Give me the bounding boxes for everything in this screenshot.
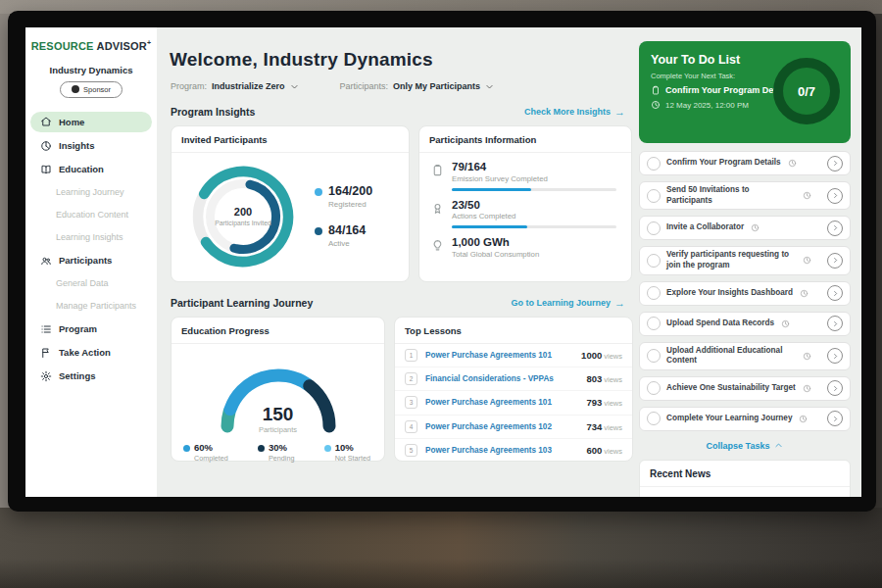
lesson-row[interactable]: 2 Financial Considerations - VPPAs 803vi…: [395, 368, 632, 391]
todo-go-button[interactable]: [827, 156, 843, 172]
todo-item[interactable]: Verify participants requesting to join t…: [639, 246, 851, 274]
clock-icon: [803, 384, 811, 393]
stat-row: 1,000 GWh Total Global Consumption: [419, 228, 631, 259]
todo-checkbox[interactable]: [647, 286, 661, 300]
todo-item[interactable]: Upload Additional Educational Content: [639, 342, 851, 370]
sidebar-item-education-content[interactable]: Education Content: [25, 204, 157, 226]
lesson-views: 1000: [581, 350, 602, 361]
chevron-right-icon: [832, 192, 839, 199]
sidebar-item-home[interactable]: Home: [30, 112, 152, 132]
gauge-center-value: 150: [200, 405, 357, 423]
lesson-link[interactable]: Power Purchase Agreements 101: [425, 351, 573, 360]
todo-item[interactable]: Confirm Your Program Details: [639, 151, 851, 175]
sidebar-item-learning-insights[interactable]: Learning Insights: [25, 226, 157, 249]
lesson-views-label: views: [604, 352, 622, 361]
collapse-tasks-label: Collapse Tasks: [707, 441, 770, 451]
check-more-insights-link[interactable]: Check More Insights →: [524, 107, 625, 118]
lesson-views: 600: [586, 445, 602, 456]
monitor-bezel: RESOURCE ADVISOR+ Industry Dynamics Spon…: [8, 11, 876, 512]
todo-checkbox[interactable]: [647, 317, 661, 330]
lesson-link[interactable]: Power Purchase Agreements 103: [425, 446, 578, 455]
lesson-row[interactable]: 4 Power Purchase Agreements 102 734views: [395, 416, 632, 439]
todo-item[interactable]: Upload Spend Data Records: [639, 312, 851, 336]
sidebar-item-general-data[interactable]: General Data: [25, 272, 157, 295]
todo-checkbox[interactable]: [647, 254, 661, 268]
sidebar-item-label: Learning Journey: [56, 187, 124, 197]
clipboard-icon: [651, 85, 661, 95]
sidebar-item-education[interactable]: Education: [25, 158, 157, 181]
top-lessons-list: 1 Power Purchase Agreements 101 1000view…: [395, 344, 632, 462]
participants-filter-label: Participants:: [340, 81, 389, 91]
clock-icon: [803, 191, 811, 200]
participants-filter[interactable]: Participants: Only My Participants: [340, 81, 495, 91]
stat-row: 23/50 Actions Completed: [419, 191, 631, 229]
legend-dot: [324, 445, 331, 452]
sidebar-item-settings[interactable]: Settings: [25, 365, 157, 388]
legend-value: 84/164: [328, 224, 366, 238]
insights-icon: [40, 140, 52, 152]
lesson-link[interactable]: Power Purchase Agreements 102: [425, 422, 578, 431]
todo-go-button[interactable]: [827, 188, 843, 204]
todo-summary-card: Your To Do List Complete Your Next Task:…: [639, 41, 851, 143]
sidebar-item-manage-participants[interactable]: Manage Participants: [25, 295, 157, 318]
sidebar-item-learning-journey[interactable]: Learning Journey: [25, 181, 157, 204]
todo-go-button[interactable]: [827, 285, 843, 301]
todo-checkbox[interactable]: [647, 412, 661, 425]
todo-go-button[interactable]: [827, 316, 843, 331]
lesson-views-label: views: [604, 423, 622, 432]
todo-checkbox[interactable]: [647, 221, 661, 235]
dashboard-screen: RESOURCE ADVISOR+ Industry Dynamics Spon…: [25, 27, 861, 497]
todo-item[interactable]: Send 50 Invitations to Participants: [639, 181, 851, 210]
clock-icon: [751, 223, 760, 232]
todo-item[interactable]: Invite a Collaborator: [639, 216, 851, 240]
clock-icon: [803, 352, 811, 361]
legend-dot: [315, 188, 322, 196]
lesson-row[interactable]: 5 Power Purchase Agreements 103 600views: [395, 439, 632, 462]
todo-checkbox[interactable]: [647, 381, 661, 395]
gauge-center: 150 Participants: [200, 405, 357, 434]
sidebar-item-program[interactable]: Program: [25, 318, 157, 341]
clock-icon: [788, 159, 797, 168]
todo-item-label: Upload Additional Educational Content: [666, 346, 796, 367]
legend-label: Registered: [328, 200, 372, 209]
todo-item[interactable]: Explore Your Insights Dashboard: [639, 281, 851, 306]
todo-checkbox[interactable]: [647, 157, 661, 171]
todo-go-button[interactable]: [827, 220, 843, 236]
lesson-row[interactable]: 3 Power Purchase Agreements 101 793views: [395, 391, 632, 415]
todo-item[interactable]: Achieve One Sustainability Target: [639, 376, 851, 401]
legend-value: 30%: [269, 443, 294, 453]
todo-go-button[interactable]: [827, 253, 843, 269]
sidebar-item-label: Home: [59, 117, 84, 127]
todo-checkbox[interactable]: [647, 189, 661, 203]
invited-legend-item: 84/164 Active: [315, 224, 372, 248]
legend-value: 10%: [335, 443, 370, 453]
go-to-learning-journey-link[interactable]: Go to Learning Journey →: [511, 298, 625, 309]
lesson-views-label: views: [604, 447, 622, 456]
sidebar-item-participants[interactable]: Participants: [25, 249, 157, 272]
sidebar-item-take-action[interactable]: Take Action: [25, 341, 157, 365]
todo-datetime: 12 May 2025, 12:00 PM: [665, 101, 749, 110]
lesson-rank: 4: [405, 420, 417, 433]
chevron-right-icon: [832, 385, 839, 392]
invited-donut-chart: 200 Participants Invited: [185, 159, 301, 274]
background-desk: [0, 508, 882, 588]
lesson-row[interactable]: 1 Power Purchase Agreements 101 1000view…: [395, 344, 632, 368]
program-filter[interactable]: Program: Industrialize Zero: [171, 81, 299, 91]
sidebar-item-insights[interactable]: Insights: [25, 134, 157, 158]
todo-go-button[interactable]: [827, 411, 843, 426]
sidebar-item-label: Program: [59, 323, 97, 334]
lesson-link[interactable]: Power Purchase Agreements 101: [425, 398, 578, 407]
invited-participants-title: Invited Participants: [172, 126, 409, 153]
todo-checkbox[interactable]: [647, 349, 661, 363]
todo-item-label: Send 50 Invitations to Participants: [666, 185, 796, 206]
sidebar-item-label: Education Content: [56, 210, 128, 220]
brand-first: RESOURCE: [31, 40, 94, 52]
arrow-right-icon: →: [614, 107, 625, 118]
learning-journey-title: Participant Learning Journey: [171, 297, 313, 309]
todo-go-button[interactable]: [827, 380, 843, 396]
education-gauge-chart: 150 Participants: [200, 352, 357, 434]
lesson-link[interactable]: Financial Considerations - VPPAs: [425, 374, 578, 383]
todo-item[interactable]: Complete Your Learning Journey: [639, 407, 851, 431]
todo-go-button[interactable]: [827, 348, 843, 364]
collapse-tasks-link[interactable]: Collapse Tasks: [639, 441, 851, 451]
